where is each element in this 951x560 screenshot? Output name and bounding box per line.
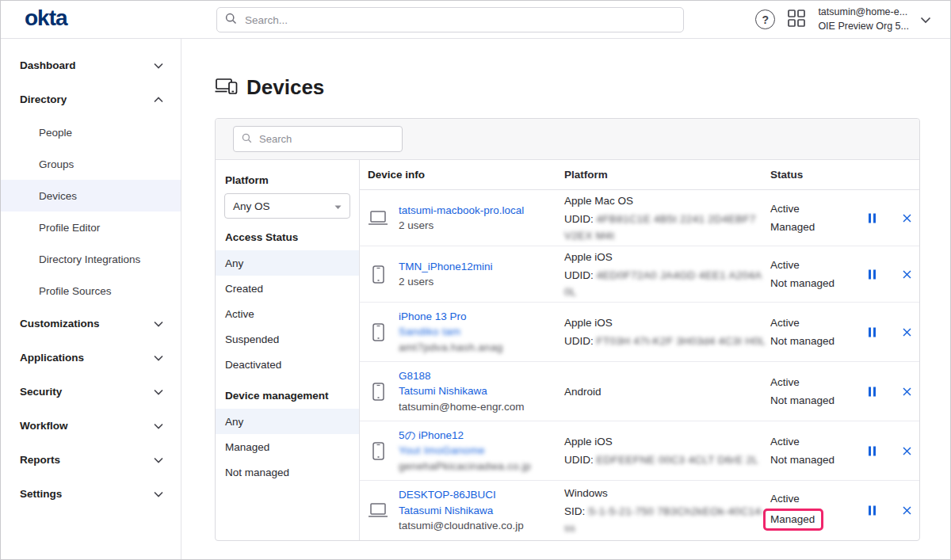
device-link[interactable]: Yout ImoGanome [399,443,531,459]
org-name: OIE Preview Org 5... [818,20,909,34]
access-status-option-suspended[interactable]: Suspended [216,326,359,352]
okta-logo[interactable]: okta [1,6,67,34]
sidebar-item-label: Security [20,386,62,398]
deactivate-device-button[interactable] [903,214,911,223]
device-link[interactable]: DESKTOP-86JBUCI [399,487,524,503]
device-subtext: genehaPkicacinadwa.co.jp [399,459,531,474]
access-status-options: AnyCreatedActiveSuspendedDeactivated [216,250,359,377]
sidebar-item-label: Applications [20,352,84,364]
device-mgmt-option-any[interactable]: Any [216,409,359,434]
status-value: Active [770,314,857,331]
smartphone-icon [368,383,388,401]
caret-down-icon [334,200,342,212]
grid-icon [787,9,806,31]
sidebar-item-directory-integrations[interactable]: Directory Integrations [1,243,181,275]
deactivate-device-button[interactable] [903,447,911,455]
sidebar-item-label: Workflow [20,420,68,432]
status-value: Active [770,374,857,390]
deactivate-device-button[interactable] [903,328,911,337]
device-mgmt-option-not-managed[interactable]: Not managed [216,459,359,485]
deactivate-device-button[interactable] [903,506,911,515]
access-status-option-created[interactable]: Created [216,276,359,301]
page-title: Devices [215,75,324,100]
platform-name: Apple Mac OS [564,192,770,209]
deactivate-device-button[interactable] [903,270,911,279]
device-link[interactable]: Tatasumi Nishikawa [399,503,524,519]
user-menu[interactable]: tatsumin@home-e... OIE Preview Org 5... [818,6,931,33]
suspend-device-button[interactable] [868,505,877,516]
device-subtext: amt7pdva.hash.anag [399,340,503,356]
device-search[interactable] [233,126,403,152]
suspend-device-button[interactable] [868,269,877,280]
chevron-down-icon [154,59,163,71]
device-link[interactable]: tatsumi-macbook-pro.local [399,203,524,219]
table-header: Device info Platform Status [360,160,919,190]
platform-name: Apple iOS [564,314,770,331]
sidebar-item-customizations[interactable]: Customizations [1,307,181,341]
chevron-down-icon [920,13,931,27]
device-subtext: tatsumin@home-engr.com [399,399,525,415]
device-mgmt-option-managed[interactable]: Managed [216,434,359,459]
management-value-highlighted: Managed [763,509,823,531]
device-link[interactable]: 5の iPhone12 [399,428,531,444]
platform-select[interactable]: Any OS [224,193,350,219]
platform-detail: UDID: 4FB81C1E 4B5t 2241 2D4EBF7 V2EX M4… [564,211,770,244]
platform-detail: UDID: FT03H 47t-K2F 3H03d4 4C3I H0L [564,333,770,349]
sidebar-item-settings[interactable]: Settings [1,477,181,511]
sidebar-item-groups[interactable]: Groups [1,148,181,180]
sidebar-item-label: Dashboard [20,59,76,71]
sidebar-item-directory[interactable]: Directory [1,82,181,116]
sidebar-item-profile-editor[interactable]: Profile Editor [1,211,181,243]
platform-name: Windows [564,485,770,501]
table-row: iPhone 13 ProSandiko tamamt7pdva.hash.an… [360,303,919,362]
smartphone-icon [368,265,388,284]
sidebar-item-label: Customizations [20,318,100,330]
deactivate-device-button[interactable] [903,387,911,396]
apps-button[interactable] [787,9,806,31]
device-link[interactable]: Sandiko tam [399,324,503,340]
management-value: Not managed [770,275,857,291]
suspend-device-button[interactable] [868,327,877,337]
device-subtext: tatsumi@cloudnative.co.jp [399,518,524,534]
status-value: Active [770,490,857,507]
laptop-icon [368,210,388,227]
help-button[interactable]: ? [755,10,775,29]
topbar: okta ? tatsumin@home-e... OIE Preview Or… [1,1,950,39]
sidebar-item-security[interactable]: Security [1,375,181,409]
device-link[interactable]: G8188 [399,368,525,384]
device-link[interactable]: iPhone 13 Pro [399,309,503,325]
suspend-device-button[interactable] [868,387,877,397]
sidebar-item-workflow[interactable]: Workflow [1,409,181,443]
status-value: Active [770,257,857,273]
access-status-option-active[interactable]: Active [216,301,359,326]
table-row: tatsumi-macbook-pro.local2 users Apple M… [360,190,919,246]
device-mgmt-options: AnyManagedNot managed [216,409,359,485]
sidebar-item-profile-sources[interactable]: Profile Sources [1,275,181,307]
device-link[interactable]: TMN_iPhone12mini [399,259,493,275]
device-search-input[interactable] [258,132,394,146]
global-search-input[interactable] [243,13,675,27]
sidebar-item-dashboard[interactable]: Dashboard [1,48,181,82]
device-link[interactable]: Tatsumi Nishikawa [399,383,525,399]
sidebar-item-reports[interactable]: Reports [1,443,181,477]
global-search[interactable] [216,7,684,32]
chevron-down-icon [154,454,163,466]
table-row: TMN_iPhone12mini2 users Apple iOSUDID: 4… [360,246,919,303]
management-value: Not managed [770,392,857,409]
search-icon [225,13,237,28]
sidebar-item-devices[interactable]: Devices [1,180,181,211]
platform-filter-label: Platform [216,166,359,193]
devices-icon [215,76,240,100]
platform-detail: UDID: EDFEEFNE 00C3 4CLT D6rE 2L [564,451,770,468]
sidebar-item-applications[interactable]: Applications [1,341,181,375]
suspend-device-button[interactable] [868,446,877,456]
access-status-option-deactivated[interactable]: Deactivated [216,352,359,377]
chevron-down-icon [154,318,163,330]
chevron-down-icon [154,386,163,398]
user-email: tatsumin@home-e... [818,6,909,20]
sidebar-item-people[interactable]: People [1,116,181,148]
suspend-device-button[interactable] [868,213,877,223]
page-heading: Devices [246,75,324,100]
access-status-option-any[interactable]: Any [216,250,359,276]
platform-detail: UDID: 4ED0F72A0 JA4GD 4EE1 A204A 0L [564,267,770,300]
